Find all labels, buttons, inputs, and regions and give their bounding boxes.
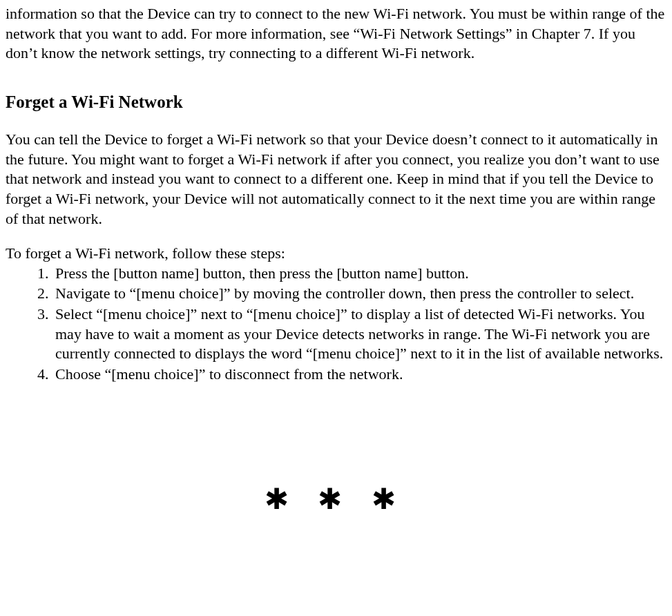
- list-item: Choose “[menu choice]” to disconnect fro…: [52, 365, 665, 385]
- list-item: Select “[menu choice]” next to “[menu ch…: [52, 305, 665, 364]
- forget-description-paragraph: You can tell the Device to forget a Wi-F…: [6, 130, 665, 229]
- list-item: Navigate to “[menu choice]” by moving th…: [52, 284, 665, 304]
- steps-intro: To forget a Wi-Fi network, follow these …: [6, 244, 665, 264]
- steps-list: Press the [button name] button, then pre…: [6, 264, 665, 385]
- section-heading-forget-wifi: Forget a Wi-Fi Network: [6, 91, 665, 114]
- intro-paragraph: information so that the Device can try t…: [6, 4, 665, 64]
- section-divider: ✱ ✱ ✱: [6, 481, 665, 519]
- list-item: Press the [button name] button, then pre…: [52, 264, 665, 284]
